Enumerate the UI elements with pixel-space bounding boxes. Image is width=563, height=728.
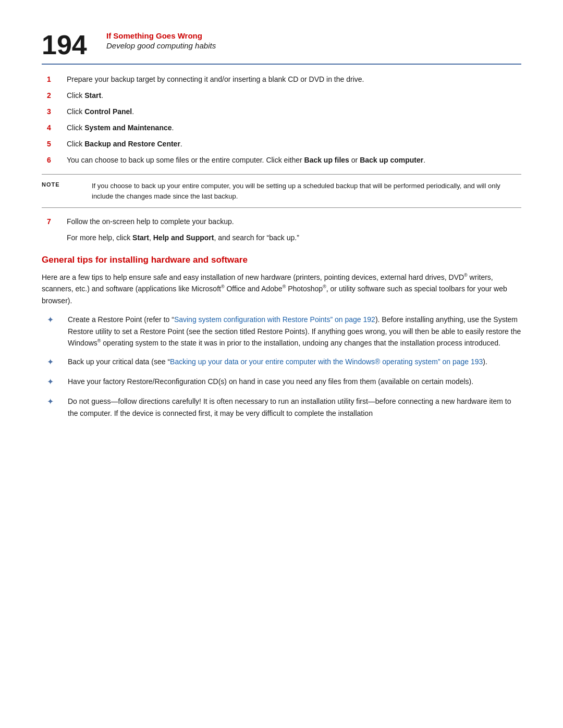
step-number-5: 5 [47,139,63,150]
step-number-2: 2 [47,90,63,101]
page-header-title: If Something Goes Wrong [106,31,216,40]
followup-text: For more help, click Start, Help and Sup… [67,232,521,243]
bullet-item-4: ✦ Do not guess—follow directions careful… [42,396,521,419]
step-text-3: Click Control Panel. [67,106,521,117]
step-text-7: Follow the on-screen help to complete yo… [67,216,521,227]
bullet-text-4: Do not guess—follow directions carefully… [68,396,521,419]
step-1: 1 Prepare your backup target by connecti… [42,74,521,85]
note-text: If you choose to back up your entire com… [92,181,521,201]
restore-point-link[interactable]: Saving system configuration with Restore… [174,315,375,324]
step-3: 3 Click Control Panel. [42,106,521,117]
step-5: 5 Click Backup and Restore Center. [42,139,521,150]
step-text-5: Click Backup and Restore Center. [67,139,521,150]
step-number-3: 3 [47,106,63,117]
bullet-item-2: ✦ Back up your critical data (see “Backi… [42,356,521,368]
step-text-2: Click Start. [67,90,521,101]
step-6: 6 You can choose to back up some files o… [42,155,521,166]
bullet-item-1: ✦ Create a Restore Point (refer to “Savi… [42,314,521,349]
backup-link[interactable]: Backing up your data or your entire comp… [170,357,483,366]
bullet-diamond-3: ✦ [47,376,64,388]
step-number-6: 6 [47,155,63,166]
bullet-text-3: Have your factory Restore/Reconfiguratio… [68,376,521,387]
bullet-diamond-4: ✦ [47,396,64,408]
step-number-4: 4 [47,122,63,133]
page-number: 194 [42,31,94,58]
bullet-list: ✦ Create a Restore Point (refer to “Savi… [42,314,521,419]
step-2: 2 Click Start. [42,90,521,101]
step-4: 4 Click System and Maintenance. [42,122,521,133]
bullet-diamond-2: ✦ [47,356,64,368]
bullet-text-2: Back up your critical data (see “Backing… [68,356,521,367]
step-text-1: Prepare your backup target by connecting… [67,74,521,85]
intro-text: Here are a few tips to help ensure safe … [42,272,521,306]
page-header: 194 If Something Goes Wrong Develop good… [42,31,521,65]
page-header-subtitle: Develop good computing habits [106,41,216,50]
section-heading: General tips for installing hardware and… [42,255,521,265]
step-text-6: You can choose to back up some files or … [67,155,521,166]
step-7: 7 Follow the on-screen help to complete … [42,216,521,227]
page-header-text: If Something Goes Wrong Develop good com… [106,31,216,50]
bullet-diamond-1: ✦ [47,314,64,326]
step-text-4: Click System and Maintenance. [67,122,521,133]
bullet-item-3: ✦ Have your factory Restore/Reconfigurat… [42,376,521,388]
steps-list: 1 Prepare your backup target by connecti… [42,74,521,166]
note-box: NOTE If you choose to back up your entir… [42,174,521,208]
step-number-7: 7 [47,216,63,227]
note-label: NOTE [42,181,83,188]
bullet-text-1: Create a Restore Point (refer to “Saving… [68,314,521,349]
step-number-1: 1 [47,74,63,85]
